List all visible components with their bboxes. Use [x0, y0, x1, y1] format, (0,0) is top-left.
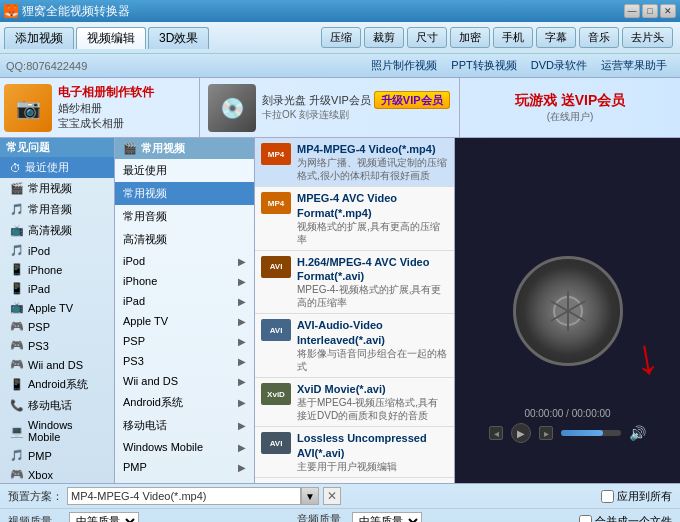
menu-arrow-xbox: ▶ — [238, 482, 246, 484]
preset-dropdown-btn[interactable]: ▼ — [301, 487, 319, 505]
scroll-fwd-btn[interactable]: ▸ — [539, 426, 553, 440]
sidebar-item-common-video[interactable]: 🎬 常用视频 — [0, 178, 114, 199]
banner-mid-text: 刻录光盘 升级VIP会员 升级VIP会员 卡拉OK 刻录连续剧 — [262, 93, 450, 122]
subtitle-btn[interactable]: 字幕 — [536, 27, 576, 48]
preview-area: ↑ 00:00:00 / 00:00:00 ◂ ▶ ▸ 🔊 — [455, 138, 680, 483]
play-button[interactable]: ▶ — [511, 423, 531, 443]
sidebar-item-appletv[interactable]: 📺 Apple TV — [0, 298, 114, 317]
maximize-button[interactable]: □ — [642, 4, 658, 18]
menu-item-iphone[interactable]: iPhone ▶ — [115, 271, 254, 291]
format-item-2[interactable]: AVI H.264/MPEG-4 AVC Video Format(*.avi)… — [255, 251, 454, 315]
banner: 📷 电子相册制作软件 婚纱相册 宝宝成长相册 💿 刻录光盘 升级VIP会员 升级… — [0, 78, 680, 138]
menu-item-wii[interactable]: Wii and DS ▶ — [115, 371, 254, 391]
size-btn[interactable]: 尺寸 — [407, 27, 447, 48]
menu-arrow-pmp: ▶ — [238, 462, 246, 473]
scroll-back-btn[interactable]: ◂ — [489, 426, 503, 440]
preset-label: 预置方案： — [8, 489, 63, 504]
sidebar-item-wii[interactable]: 🎮 Wii and DS — [0, 355, 114, 374]
audio-quality-select[interactable]: 中等质量 — [352, 512, 422, 522]
sidebar-item-ipad[interactable]: 📱 iPad — [0, 279, 114, 298]
format-text-xvid: XviD Movie(*.avi) 基于MPEG4-视频压缩格式,具有接近DVD… — [297, 382, 448, 422]
video-quality-label: 视频质量 — [8, 514, 63, 523]
tab-video-edit[interactable]: 视频编辑 — [76, 27, 146, 49]
menu-item-ps3[interactable]: PS3 ▶ — [115, 351, 254, 371]
menu-item-ipod[interactable]: iPod ▶ — [115, 251, 254, 271]
banner-left-icon: 📷 — [4, 84, 52, 132]
toolbar: 添加视频 视频编辑 3D效果 压缩 裁剪 尺寸 加密 手机 字幕 音乐 去片头 — [0, 22, 680, 54]
dvd-software-link[interactable]: DVD录软件 — [524, 56, 594, 75]
sidebar-item-mobile[interactable]: 📞 移动电话 — [0, 395, 114, 416]
format-item-3[interactable]: AVI AVI-Audio-Video Interleaved(*.avi) 将… — [255, 314, 454, 378]
encrypt-btn[interactable]: 加密 — [450, 27, 490, 48]
menu-item-common-video[interactable]: 常用视频 — [115, 182, 254, 205]
preset-clear-btn[interactable]: ✕ — [323, 487, 341, 505]
sidebar-item-android[interactable]: 📱 Android系统 — [0, 374, 114, 395]
format-text-lossless: Lossless Uncompressed AVI(*.avi) 主要用于用户视… — [297, 431, 448, 473]
remove-header-btn[interactable]: 去片头 — [622, 27, 673, 48]
tab-add-video[interactable]: 添加视频 — [4, 27, 74, 49]
menu-item-windows-mobile[interactable]: Windows Mobile ▶ — [115, 437, 254, 457]
crop-btn[interactable]: 裁剪 — [364, 27, 404, 48]
app-icon: 🦊 — [4, 4, 18, 18]
compress-btn[interactable]: 压缩 — [321, 27, 361, 48]
format-item-0[interactable]: MP4 MP4-MPEG-4 Video(*.mp4) 为网络广播、视频通讯定制… — [255, 138, 454, 187]
photo-video-link[interactable]: 照片制作视频 — [364, 56, 444, 75]
sidebar-item-hd-video[interactable]: 📺 高清视频 — [0, 220, 114, 241]
menu-item-pmp[interactable]: PMP ▶ — [115, 457, 254, 477]
sidebar-item-pmp[interactable]: 🎵 PMP — [0, 446, 114, 465]
sidebar-item-common-audio[interactable]: 🎵 常用音频 — [0, 199, 114, 220]
window-controls: — □ ✕ — [624, 4, 676, 18]
menu-item-xbox[interactable]: Xbox ▶ — [115, 477, 254, 483]
apply-all-checkbox[interactable] — [601, 490, 614, 503]
format-text-dv: AVI With DV Codec(*.avi) — [297, 482, 426, 483]
menu-item-psp[interactable]: PSP ▶ — [115, 331, 254, 351]
format-item-6[interactable]: AVI AVI With DV Codec(*.avi) — [255, 478, 454, 483]
format-text-h264: H.264/MPEG-4 AVC Video Format(*.avi) MPE… — [297, 255, 448, 310]
sidebar-item-iphone[interactable]: 📱 iPhone — [0, 260, 114, 279]
arrow-annotation: ↑ — [630, 333, 665, 394]
menu-item-recent[interactable]: 最近使用 — [115, 159, 254, 182]
sidebar-item-recently-used[interactable]: ⏱ 最近使用 — [0, 157, 114, 178]
format-list: MP4 MP4-MPEG-4 Video(*.mp4) 为网络广播、视频通讯定制… — [255, 138, 455, 483]
banner-mid: 💿 刻录光盘 升级VIP会员 升级VIP会员 卡拉OK 刻录连续剧 — [200, 78, 460, 137]
apple-helper-link[interactable]: 运营苹果助手 — [594, 56, 674, 75]
sidebar-item-ipod[interactable]: 🎵 iPod — [0, 241, 114, 260]
format-icon-mpeg: MP4 — [261, 192, 291, 214]
menu-item-android[interactable]: Android系统 ▶ — [115, 391, 254, 414]
ppt-convert-link[interactable]: PPT转换视频 — [444, 56, 523, 75]
video-quality-select[interactable]: 中等质量 — [69, 512, 139, 522]
film-reel — [508, 251, 628, 371]
sidebar-item-xbox[interactable]: 🎮 Xbox — [0, 465, 114, 483]
menu-item-common-audio[interactable]: 常用音频 — [115, 205, 254, 228]
sidebar-item-windows-mobile[interactable]: 💻 Windows Mobile — [0, 416, 114, 446]
sidebar-item-psp[interactable]: 🎮 PSP — [0, 317, 114, 336]
banner-right: 玩游戏 送VIP会员 (在线用户) — [460, 78, 680, 137]
window: 🦊 狸窝全能视频转换器 — □ ✕ 添加视频 视频编辑 3D效果 压缩 裁剪 尺… — [0, 0, 680, 522]
close-button[interactable]: ✕ — [660, 4, 676, 18]
merge-label: 合并成一个文件 — [579, 514, 672, 523]
menu-item-ipad[interactable]: iPad ▶ — [115, 291, 254, 311]
menu-arrow-android: ▶ — [238, 397, 246, 408]
menu-item-hd-video[interactable]: 高清视频 — [115, 228, 254, 251]
minimize-button[interactable]: — — [624, 4, 640, 18]
merge-checkbox[interactable] — [579, 515, 592, 523]
music-btn[interactable]: 音乐 — [579, 27, 619, 48]
format-item-5[interactable]: AVI Lossless Uncompressed AVI(*.avi) 主要用… — [255, 427, 454, 478]
format-icon-avi: AVI — [261, 319, 291, 341]
sidebar-item-ps3[interactable]: 🎮 PS3 — [0, 336, 114, 355]
phone-btn[interactable]: 手机 — [493, 27, 533, 48]
menu-arrow-ipad: ▶ — [238, 296, 246, 307]
vip-upgrade-btn[interactable]: 升级VIP会员 — [374, 91, 450, 109]
audio-quality-label: 音频质量 — [297, 512, 352, 522]
format-item-4[interactable]: XviD XviD Movie(*.avi) 基于MPEG4-视频压缩格式,具有… — [255, 378, 454, 427]
menu-item-appletv[interactable]: Apple TV ▶ — [115, 311, 254, 331]
format-item-1[interactable]: MP4 MPEG-4 AVC Video Format(*.mp4) 视频格式的… — [255, 187, 454, 251]
preset-input[interactable] — [67, 487, 301, 505]
tab-3d-effect[interactable]: 3D效果 — [148, 27, 209, 49]
menu-item-mobile[interactable]: 移动电话 ▶ — [115, 414, 254, 437]
menu-arrow-iphone: ▶ — [238, 276, 246, 287]
menu-arrow-ps3: ▶ — [238, 356, 246, 367]
sidebar-video-icon: 🎬 — [10, 182, 24, 195]
format-icon-mp4: MP4 — [261, 143, 291, 165]
banner-left-text: 电子相册制作软件 婚纱相册 宝宝成长相册 — [58, 84, 154, 132]
